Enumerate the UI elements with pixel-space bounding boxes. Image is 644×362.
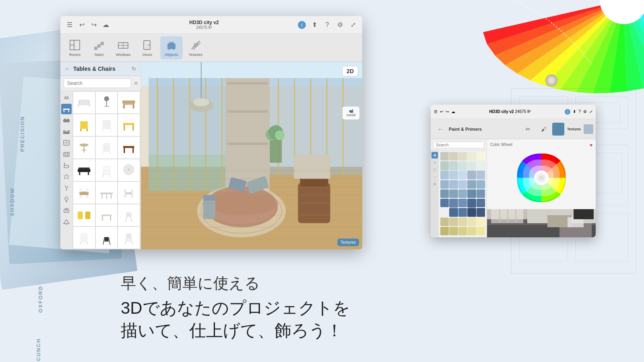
item-stool-set[interactable] [96, 182, 118, 204]
back-button[interactable]: ← [64, 65, 71, 72]
color-swatch[interactable] [467, 227, 476, 235]
mini-cloud-icon[interactable]: ☁ [451, 109, 455, 114]
item-yellow-chair-set[interactable] [73, 204, 95, 226]
item-folding-chair[interactable] [96, 227, 118, 249]
cat-tables-chairs[interactable] [61, 104, 72, 114]
color-swatch[interactable] [449, 189, 458, 198]
color-swatch[interactable] [449, 227, 458, 235]
search-clear-icon[interactable]: ✕ [134, 80, 138, 86]
mini-texture-preview[interactable] [584, 124, 593, 134]
cat-outdoor[interactable] [61, 216, 72, 227]
color-swatch[interactable] [477, 152, 485, 160]
color-swatch[interactable] [467, 189, 476, 198]
color-swatch[interactable] [449, 180, 458, 189]
mini-info-icon[interactable]: i [565, 109, 570, 115]
mini-cat-4[interactable]: □ [431, 174, 438, 180]
refresh-icon[interactable]: ↻ [132, 66, 136, 72]
mini-texture-icon[interactable]: ✏ [521, 121, 535, 137]
color-swatch[interactable] [458, 152, 467, 160]
color-swatch[interactable] [477, 189, 485, 198]
item-side-chair[interactable] [96, 159, 118, 181]
item-dining-set[interactable] [73, 182, 95, 204]
texture-indicator[interactable]: Textures [337, 239, 359, 246]
aerial-button[interactable]: 📹 Aerial [342, 106, 360, 120]
toolbar-textures[interactable]: Textures [184, 36, 207, 60]
color-swatch[interactable] [449, 218, 458, 226]
color-swatch[interactable] [458, 180, 467, 189]
cloud-icon[interactable]: ☁ [101, 21, 110, 29]
color-swatch[interactable] [467, 152, 476, 160]
color-swatch[interactable] [440, 189, 449, 198]
mini-share-icon[interactable]: ⬆ [573, 109, 576, 114]
mini-help-icon[interactable]: ? [578, 109, 581, 114]
color-swatch[interactable] [467, 171, 476, 179]
item-chair-white2[interactable] [73, 227, 95, 249]
mini-cat-2[interactable]: ≡ [431, 159, 438, 166]
color-swatch[interactable] [458, 189, 467, 198]
color-swatch[interactable] [440, 208, 449, 216]
item-chair-white[interactable] [96, 114, 118, 136]
color-swatch[interactable] [449, 199, 458, 207]
color-swatch[interactable] [458, 208, 467, 216]
color-swatch[interactable] [440, 171, 449, 179]
color-swatch[interactable] [477, 208, 485, 216]
undo-icon[interactable]: ↩ [77, 21, 86, 29]
mini-undo-icon[interactable]: ↩ [440, 109, 443, 114]
color-swatch[interactable] [477, 199, 485, 207]
cat-lighting[interactable] [61, 194, 72, 204]
toolbar-windows[interactable]: Windows [112, 36, 134, 60]
redo-icon[interactable]: ↪ [89, 21, 98, 29]
search-input[interactable] [64, 78, 131, 88]
color-swatch[interactable] [440, 161, 449, 170]
mini-cat-3[interactable]: ◯ [431, 167, 438, 173]
cat-storage[interactable] [61, 138, 72, 148]
item-desk[interactable] [118, 92, 140, 113]
cat-beds[interactable] [61, 126, 72, 137]
color-swatch[interactable] [440, 227, 449, 235]
help-icon[interactable]: ? [323, 21, 332, 29]
item-side-chair2[interactable] [118, 227, 140, 249]
toolbar-stairs[interactable]: Stairs [88, 36, 110, 60]
item-dining-table-white[interactable] [73, 92, 95, 113]
toolbar-rooms[interactable]: Rooms [64, 36, 86, 60]
item-wood-table[interactable] [118, 137, 140, 158]
color-swatch[interactable] [467, 208, 476, 216]
item-round-table[interactable] [118, 159, 140, 181]
cat-bathroom[interactable] [61, 160, 72, 171]
item-bar-table[interactable] [73, 137, 95, 158]
color-swatch[interactable] [440, 218, 449, 226]
color-swatch[interactable] [477, 171, 485, 179]
item-table-yellow[interactable] [118, 114, 140, 136]
menu-icon[interactable]: ☰ [65, 21, 74, 29]
color-swatch[interactable] [458, 161, 467, 170]
color-wheel[interactable] [513, 150, 570, 206]
color-swatch[interactable] [477, 218, 485, 226]
item-small-table[interactable] [96, 204, 118, 226]
cat-sofas[interactable] [61, 115, 72, 125]
color-swatch[interactable] [449, 161, 458, 170]
color-swatch[interactable] [477, 180, 485, 189]
mini-cat-1[interactable]: ▦ [431, 152, 438, 158]
cat-plants[interactable] [61, 183, 72, 193]
view-2d-button[interactable]: 2D [342, 66, 358, 76]
favorite-icon[interactable]: ♥ [590, 142, 592, 148]
mini-menu-icon[interactable]: ☰ [434, 109, 438, 114]
cat-office[interactable] [61, 205, 72, 216]
item-tall-chair[interactable] [118, 204, 140, 226]
expand-icon[interactable]: ⤢ [349, 21, 357, 29]
cat-decor[interactable] [61, 171, 72, 182]
mini-back-button[interactable]: ← [433, 121, 448, 137]
share-icon[interactable]: ⬆ [310, 21, 319, 29]
cat-kitchen[interactable] [61, 149, 72, 159]
mini-expand-icon[interactable]: ⤢ [589, 109, 592, 114]
mini-paint-icon[interactable]: 🖌 [537, 121, 551, 137]
item-chair-yellow[interactable] [73, 114, 95, 136]
color-swatch[interactable] [458, 218, 467, 226]
color-swatch[interactable] [458, 227, 467, 235]
mini-settings-icon[interactable]: ⚙ [583, 109, 587, 114]
mini-redo-icon[interactable]: ↪ [446, 109, 449, 114]
settings-icon[interactable]: ⚙ [336, 21, 345, 29]
item-chair-modern[interactable] [96, 137, 118, 158]
item-barstool[interactable] [96, 92, 118, 113]
mini-cat-5[interactable]: ⊞ [431, 181, 438, 187]
